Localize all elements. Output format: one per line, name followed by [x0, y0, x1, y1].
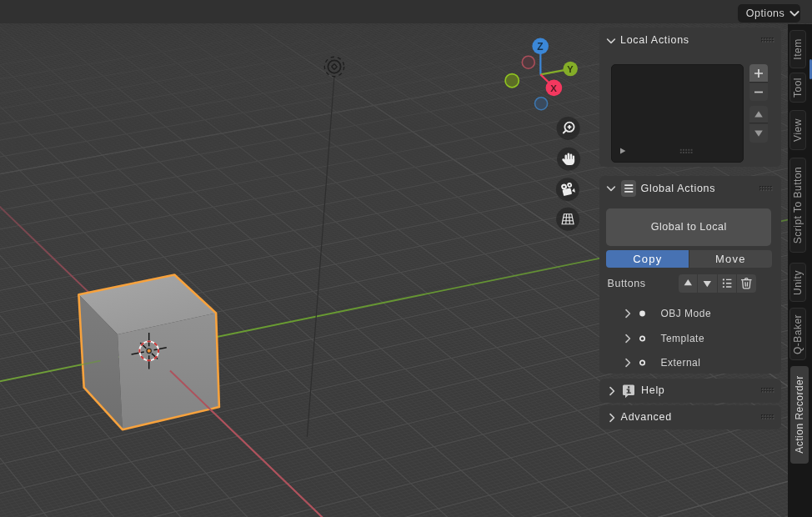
svg-text:Z: Z: [537, 41, 544, 53]
svg-text:X: X: [550, 83, 557, 93]
svg-text:Y: Y: [567, 64, 574, 74]
